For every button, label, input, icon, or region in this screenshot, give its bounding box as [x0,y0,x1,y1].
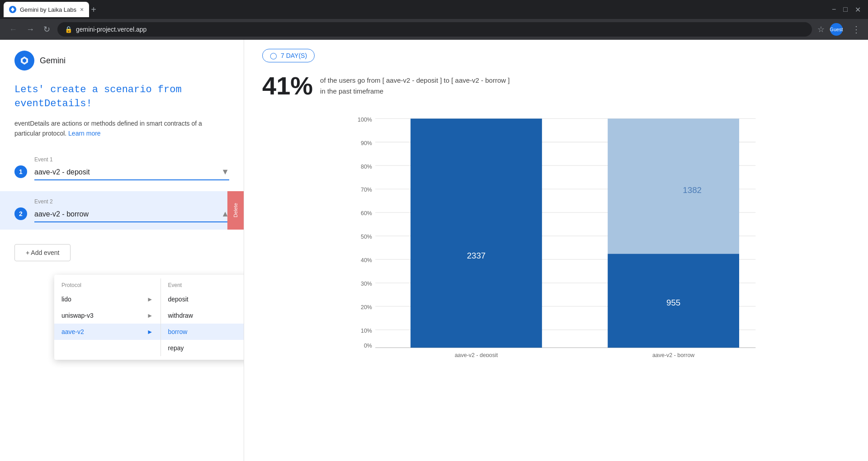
event1-select[interactable]: aave-v2 - deposit ▼ [34,165,229,180]
clock-icon: ◯ [270,52,277,59]
y-label-10: 10% [361,328,372,334]
event-column: Event deposit withdraw borrow repay [161,275,245,360]
stat-description: of the users go from [ aave-v2 - deposit… [320,75,509,97]
app-logo-name: Gemini [40,56,66,66]
lido-chevron-icon: ► [147,296,153,303]
y-label-80: 80% [361,164,372,170]
event1-row: 1 Event 1 aave-v2 - deposit ▼ [14,156,229,180]
url-text: gemini-project.vercel.app [76,26,146,33]
uniswap-chevron-icon: ► [147,312,153,319]
browser-menu-button[interactable]: ⋮ [852,24,861,35]
event-repay[interactable]: repay [161,340,245,356]
maximize-button[interactable]: □ [840,4,851,15]
y-label-20: 20% [361,304,372,310]
event1-chevron-down-icon: ▼ [221,167,229,177]
profile-label: Guest [830,27,843,32]
y-label-0: 0% [364,343,372,349]
event2-number: 2 [14,207,27,220]
y-label-70: 70% [361,187,372,193]
stat-row: 41% of the users go from [ aave-v2 - dep… [262,73,850,99]
y-label-50: 50% [361,234,372,240]
event1-label: Event 1 [34,156,229,163]
learn-more-link[interactable]: Learn more [68,130,101,137]
event2-section: 2 Event 2 aave-v2 - borrow ▲ Delete [0,191,244,230]
lock-icon: 🔒 [65,26,72,33]
logo-icon [14,51,34,71]
sidebar-description: eventDetails are actions or methods defi… [14,118,229,139]
protocol-column-header: Protocol [54,278,160,291]
event2-field: Event 2 aave-v2 - borrow ▲ [34,198,229,222]
event-withdraw[interactable]: withdraw [161,307,245,324]
event2-select[interactable]: aave-v2 - borrow ▲ [34,207,229,222]
forward-button[interactable]: → [24,23,36,36]
bar1-value: 2337 [467,251,486,260]
address-box[interactable]: 🔒 gemini-project.vercel.app [57,22,812,37]
close-window-button[interactable]: ✕ [851,4,864,16]
event2-label: Event 2 [34,198,229,205]
bar-chart: 100% 90% 80% 70% 60% 50% 40% 30% 20% 10%… [262,113,850,357]
tab-title: Gemini by Laika Labs [20,6,76,13]
y-label-30: 30% [361,281,372,287]
tab-close-button[interactable]: × [80,6,84,13]
bar1-dark [410,118,542,348]
event1-value: aave-v2 - deposit [34,168,90,176]
browser-chrome: Gemini by Laika Labs × + − □ ✕ [0,0,868,19]
profile-button[interactable]: Guest [830,23,843,36]
minimize-button[interactable]: − [828,4,840,15]
time-filter-label: 7 DAY(S) [281,52,307,59]
event1-number: 1 [14,165,27,178]
event-borrow[interactable]: borrow [161,324,245,340]
x-label-borrow: aave-v2 - borrow [652,352,695,357]
event2-value: aave-v2 - borrow [34,210,89,218]
sidebar: Gemini Lets' create a scenario from even… [0,40,244,461]
logo-row: Gemini [14,51,229,71]
y-label-100: 100% [358,117,372,123]
y-label-40: 40% [361,257,372,263]
x-label-deposit: aave-v2 - deposit [455,352,498,357]
time-filter-button[interactable]: ◯ 7 DAY(S) [262,49,315,62]
chart-area: ◯ 7 DAY(S) 41% of the users go from [ aa… [244,40,868,461]
new-tab-button[interactable]: + [91,5,96,15]
stat-percent: 41% [262,73,313,99]
aave-chevron-icon: ► [147,328,153,335]
event1-section: 1 Event 1 aave-v2 - deposit ▼ [14,156,229,180]
event-column-header: Event [161,278,245,291]
address-bar-row: ← → ↻ 🔒 gemini-project.vercel.app ☆ Gues… [0,19,868,40]
event1-field: Event 1 aave-v2 - deposit ▼ [34,156,229,180]
back-button[interactable]: ← [7,23,19,36]
stat-desc-line1: of the users go from [ aave-v2 - deposit… [320,75,509,86]
chart-svg: 100% 90% 80% 70% 60% 50% 40% 30% 20% 10%… [262,113,850,357]
bookmark-icon[interactable]: ☆ [817,24,825,34]
main-content: Gemini Lets' create a scenario from even… [0,40,868,461]
tab-favicon [9,6,16,13]
delete-event2-button[interactable]: Delete [227,191,244,230]
event-deposit[interactable]: deposit [161,291,245,307]
protocol-event-dropdown: Protocol lido ► uniswap-v3 ► aave-v2 ► [54,275,244,360]
protocol-column: Protocol lido ► uniswap-v3 ► aave-v2 ► [54,275,160,360]
bar2-converted-value: 955 [666,298,680,307]
protocol-uniswap-v3[interactable]: uniswap-v3 ► [54,307,160,324]
stat-desc-line2: in the past timeframe [320,86,509,97]
y-label-60: 60% [361,210,372,216]
browser-tab[interactable]: Gemini by Laika Labs × [4,2,89,17]
add-event-button[interactable]: + Add event [14,244,71,261]
sidebar-heading: Lets' create a scenario from eventDetail… [14,83,229,111]
y-label-90: 90% [361,140,372,146]
protocol-lido[interactable]: lido ► [54,291,160,307]
bar2-light [608,118,739,254]
reload-button[interactable]: ↻ [42,23,52,36]
bar2-not-converted-value: 1382 [683,185,702,195]
protocol-aave-v2[interactable]: aave-v2 ► [54,324,160,340]
